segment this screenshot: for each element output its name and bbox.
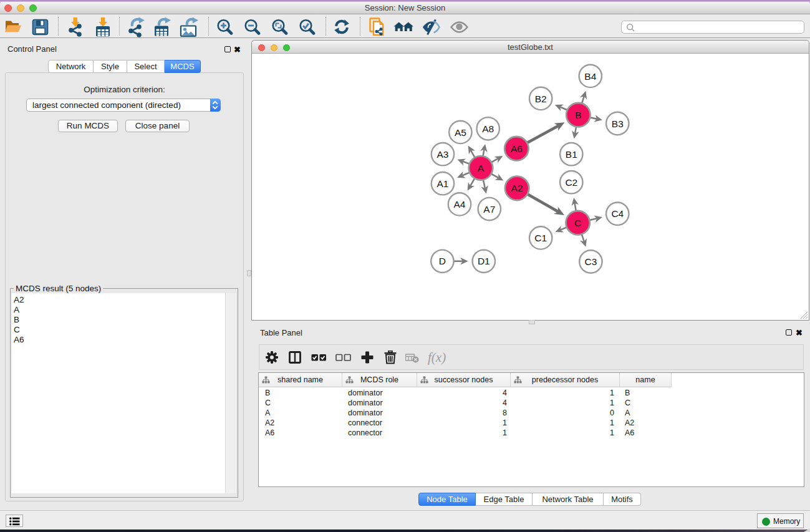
svg-text:A7: A7 <box>483 204 495 215</box>
svg-text:A5: A5 <box>455 127 466 138</box>
svg-text:B1: B1 <box>566 149 577 160</box>
svg-text:B2: B2 <box>535 94 547 104</box>
svg-text:C4: C4 <box>611 208 624 219</box>
svg-text:A8: A8 <box>482 123 494 134</box>
svg-text:D: D <box>439 256 446 266</box>
svg-text:A2: A2 <box>511 183 523 193</box>
svg-text:A1: A1 <box>437 178 449 189</box>
svg-text:C2: C2 <box>565 177 577 188</box>
svg-text:C: C <box>574 218 581 228</box>
svg-text:D1: D1 <box>478 256 490 266</box>
svg-text:A: A <box>478 163 485 173</box>
svg-text:f(x): f(x) <box>428 350 446 365</box>
svg-text:B3: B3 <box>612 118 624 129</box>
svg-text:A3: A3 <box>437 149 449 160</box>
svg-text:B4: B4 <box>584 71 596 82</box>
svg-text:B: B <box>575 110 581 120</box>
svg-text:A4: A4 <box>454 199 466 210</box>
svg-text:C1: C1 <box>534 233 547 243</box>
svg-text:C3: C3 <box>584 256 597 267</box>
svg-text:A6: A6 <box>511 143 523 154</box>
